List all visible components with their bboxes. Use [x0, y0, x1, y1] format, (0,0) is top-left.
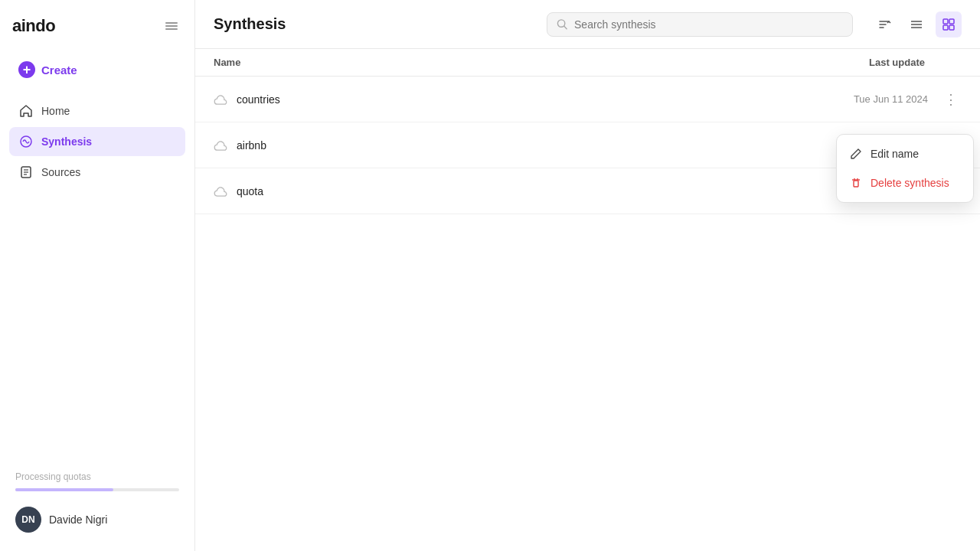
cloud-icon [214, 92, 229, 107]
table-row[interactable]: countries Tue Jun 11 2024 ⋮ [195, 77, 980, 122]
sidebar: aindo + Create Home [0, 0, 195, 551]
home-icon [18, 103, 34, 119]
grid-view-button[interactable] [936, 11, 962, 37]
row-name-countries: countries [214, 92, 787, 107]
synthesis-icon [18, 134, 34, 149]
context-menu: Edit name Delete synthesis [836, 134, 974, 203]
search-box[interactable] [547, 12, 853, 37]
logo-text: aindo [12, 16, 55, 36]
header-actions [871, 11, 962, 37]
sidebar-item-home[interactable]: Home [9, 96, 185, 126]
sidebar-item-sources-label: Sources [41, 166, 80, 178]
logo-area: aindo [9, 12, 185, 40]
search-input[interactable] [574, 18, 843, 31]
delete-synthesis-menu-item[interactable]: Delete synthesis [837, 168, 973, 197]
quota-bar [15, 488, 179, 491]
sidebar-bottom: Processing quotas DN Davide Nigri [9, 468, 185, 539]
main-content: Synthesis [195, 0, 980, 551]
trash-icon [849, 176, 863, 190]
edit-icon [849, 147, 863, 161]
search-icon [557, 18, 568, 31]
svg-line-9 [564, 26, 567, 28]
row-date-countries: Tue Jun 11 2024 [787, 93, 940, 105]
user-row[interactable]: DN Davide Nigri [9, 500, 185, 539]
sidebar-nav: Home Synthesis Sources [9, 96, 185, 188]
delete-synthesis-label: Delete synthesis [871, 177, 949, 189]
row-name-text: quota [237, 185, 263, 197]
svg-rect-1 [165, 25, 178, 27]
row-name-airbnb: airbnb [214, 138, 787, 153]
col-name-header: Name [214, 57, 808, 68]
edit-name-menu-item[interactable]: Edit name [837, 139, 973, 168]
svg-rect-0 [165, 22, 178, 24]
sidebar-item-synthesis-label: Synthesis [41, 135, 92, 148]
list-view-button[interactable] [903, 11, 929, 37]
row-menu-button-countries[interactable]: ⋮ [940, 89, 962, 110]
page-header: Synthesis [195, 0, 980, 49]
sort-button[interactable] [871, 11, 897, 37]
svg-rect-16 [943, 19, 948, 24]
user-name: Davide Nigri [49, 514, 107, 526]
processing-quotas-label: Processing quotas [9, 468, 185, 485]
sort-icon [877, 18, 891, 31]
avatar: DN [15, 507, 41, 533]
page-title: Synthesis [214, 15, 286, 33]
cloud-icon [214, 138, 229, 153]
svg-rect-17 [949, 19, 954, 24]
svg-rect-21 [854, 181, 858, 187]
list-icon [910, 18, 923, 31]
svg-rect-19 [949, 25, 954, 30]
create-button[interactable]: + Create [9, 55, 185, 84]
sidebar-item-sources[interactable]: Sources [9, 158, 185, 187]
svg-rect-18 [943, 25, 948, 30]
edit-name-label: Edit name [871, 148, 919, 160]
col-date-header: Last update [808, 57, 962, 68]
create-label: Create [41, 64, 77, 77]
quota-bar-fill [15, 488, 113, 491]
sidebar-toggle-button[interactable] [161, 15, 182, 37]
row-name-text: airbnb [237, 139, 266, 152]
grid-icon [942, 18, 956, 31]
svg-rect-2 [165, 28, 178, 30]
sidebar-item-home-label: Home [41, 105, 70, 117]
row-name-text: countries [237, 93, 280, 106]
row-name-quota: quota [214, 184, 787, 199]
sidebar-toggle-icon [165, 19, 178, 33]
create-icon: + [18, 61, 35, 78]
table-header: Name Last update [195, 49, 980, 77]
sidebar-item-synthesis[interactable]: Synthesis [9, 127, 185, 156]
sources-icon [18, 165, 34, 180]
cloud-icon [214, 184, 229, 199]
